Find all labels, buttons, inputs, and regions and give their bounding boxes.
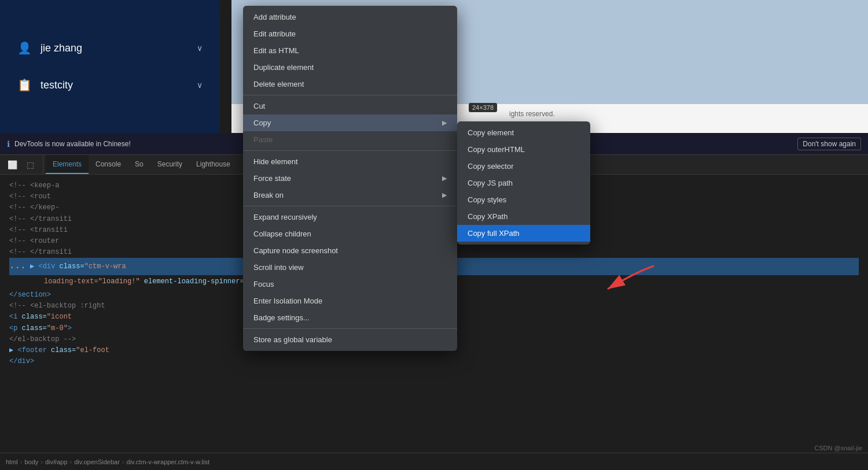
status-divapp[interactable]: div#app (45, 458, 68, 465)
ctx-delete-element[interactable]: Delete element (243, 76, 457, 92)
ctx-divider-2 (243, 150, 457, 151)
ctx-force-state[interactable]: Force state ▶ (243, 170, 457, 187)
code-line-14: </div> (9, 356, 859, 367)
tab-icons: ⬜ ⬚ (5, 155, 43, 174)
tab-elements[interactable]: Elements (46, 155, 89, 174)
ctx-edit-attribute[interactable]: Edit attribute (243, 25, 457, 42)
ctx-collapse-children[interactable]: Collapse children (243, 225, 457, 242)
ctx-copy[interactable]: Copy ▶ (243, 114, 457, 131)
copy-styles-item[interactable]: Copy styles (457, 191, 590, 208)
ctx-expand-recursively[interactable]: Expand recursively (243, 209, 457, 225)
copy-element-item[interactable]: Copy element (457, 124, 590, 141)
copy-outerhtml-item[interactable]: Copy outerHTML (457, 141, 590, 158)
project-icon: 📋 (17, 78, 32, 92)
copy-full-xpath-item[interactable]: Copy full XPath (457, 225, 590, 242)
status-divsidebar[interactable]: div.openSidebar (74, 458, 120, 465)
context-menu: Add attribute Edit attribute Edit as HTM… (243, 6, 457, 351)
ctx-break-on[interactable]: Break on ▶ (243, 187, 457, 203)
notification-text: DevTools is now available in Chinese! (14, 140, 131, 148)
copy-submenu-arrow: ▶ (442, 119, 447, 127)
sidebar-user[interactable]: 👤 jie zhang ∨ (17, 41, 203, 55)
inspector-icon[interactable]: ⬚ (24, 158, 37, 172)
dimension-badge: 24×378 (469, 103, 497, 112)
ctx-divider-4 (243, 328, 457, 329)
info-icon: ℹ (7, 139, 10, 149)
ctx-paste: Paste (243, 131, 457, 148)
ctx-cut[interactable]: Cut (243, 98, 457, 114)
ctx-divider-3 (243, 206, 457, 206)
ctx-duplicate-element[interactable]: Duplicate element (243, 59, 457, 76)
dont-show-button[interactable]: Don't show again (797, 138, 861, 150)
ctx-focus[interactable]: Focus (243, 276, 457, 293)
tab-sources[interactable]: So (128, 155, 150, 174)
status-html[interactable]: html (6, 458, 18, 465)
watermark: CSDN @snail-jie (814, 445, 862, 452)
ctx-store-global[interactable]: Store as global variable (243, 331, 457, 348)
tab-console[interactable]: Console (89, 155, 128, 174)
copy-xpath-item[interactable]: Copy XPath (457, 208, 590, 225)
copy-jspath-item[interactable]: Copy JS path (457, 175, 590, 191)
ctx-hide-element[interactable]: Hide element (243, 153, 457, 170)
tab-security[interactable]: Security (150, 155, 189, 174)
ctx-enter-isolation-mode[interactable]: Enter Isolation Mode (243, 293, 457, 309)
cursor-icon[interactable]: ⬜ (5, 158, 20, 172)
sidebar: 👤 jie zhang ∨ 📋 testcity ∨ (0, 0, 220, 133)
ctx-add-attribute[interactable]: Add attribute (243, 9, 457, 25)
project-label: testcity (41, 79, 73, 91)
project-chevron-icon: ∨ (197, 80, 203, 90)
copy-submenu: Copy element Copy outerHTML Copy selecto… (457, 121, 590, 245)
ctx-badge-settings[interactable]: Badge settings... (243, 309, 457, 326)
arrow-annotation (590, 260, 660, 309)
user-icon: 👤 (17, 41, 32, 55)
ctx-scroll-into-view[interactable]: Scroll into view (243, 259, 457, 276)
ctx-divider-1 (243, 95, 457, 95)
ctx-capture-screenshot[interactable]: Capture node screenshot (243, 242, 457, 259)
force-state-arrow: ▶ (442, 175, 447, 182)
ctx-edit-html[interactable]: Edit as HTML (243, 42, 457, 59)
sidebar-project[interactable]: 📋 testcity ∨ (17, 78, 203, 92)
username-label: jie zhang (41, 42, 82, 54)
user-chevron-icon: ∨ (197, 43, 203, 53)
copy-selector-item[interactable]: Copy selector (457, 158, 590, 175)
status-body[interactable]: body (24, 458, 38, 465)
status-divctm[interactable]: div.ctm-v-wrapper.ctm-v-w.list (127, 458, 209, 465)
tab-lighthouse[interactable]: Lighthouse (189, 155, 237, 174)
rights-text: ights reserved. (509, 110, 555, 118)
status-bar: html › body › div#app › div.openSidebar … (0, 453, 868, 470)
break-on-arrow: ▶ (442, 191, 447, 199)
